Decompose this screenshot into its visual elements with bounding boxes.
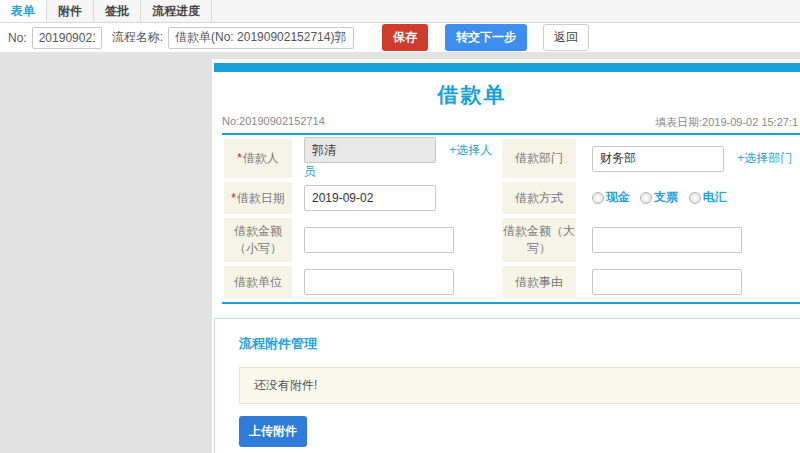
date-cell xyxy=(294,180,500,216)
borrow-reason-input[interactable] xyxy=(592,269,742,295)
flow-name-input[interactable] xyxy=(168,27,354,49)
table-row: 借款单位 借款事由 xyxy=(222,264,800,300)
amount-big-input[interactable] xyxy=(592,227,742,253)
form-title: 借款单 xyxy=(222,80,722,110)
borrower-label: *借款人 xyxy=(222,137,294,180)
save-button[interactable]: 保存 xyxy=(382,24,428,51)
borrower-cell: +选择人员 xyxy=(294,137,500,180)
table-row: *借款人 +选择人员 借款部门 +选择部门 xyxy=(222,137,800,180)
radio-cheque[interactable]: 支票 xyxy=(640,189,678,206)
amount-big-cell xyxy=(578,216,800,264)
radio-icon xyxy=(592,192,604,204)
borrow-unit-input[interactable] xyxy=(304,269,454,295)
tab-bar: 表单 附件 签批 流程进度 xyxy=(0,0,800,23)
date-label: *借款日期 xyxy=(222,180,294,216)
divider-bottom xyxy=(222,302,800,304)
department-input[interactable] xyxy=(592,146,724,172)
required-asterisk: * xyxy=(237,151,242,165)
reason-label: 借款事由 xyxy=(500,264,578,300)
select-department-link[interactable]: +选择部门 xyxy=(737,151,792,165)
borrower-input[interactable] xyxy=(304,137,436,163)
unit-label: 借款单位 xyxy=(222,264,294,300)
form-meta-row: No:20190902152714 填表日期:2019-09-02 15:27:… xyxy=(222,113,800,131)
tab-progress[interactable]: 流程进度 xyxy=(141,0,212,22)
table-row: 借款金额（小写） 借款金额（大写） xyxy=(222,216,800,264)
radio-wire[interactable]: 电汇 xyxy=(689,189,727,206)
doc-number: No:20190902152714 xyxy=(222,115,325,127)
radio-icon xyxy=(640,192,652,204)
unit-cell xyxy=(294,264,500,300)
tab-attachment[interactable]: 附件 xyxy=(47,0,94,22)
page-background: 借款单 No:20190902152714 填表日期:2019-09-02 15… xyxy=(0,53,800,453)
loan-form-panel: 借款单 No:20190902152714 填表日期:2019-09-02 15… xyxy=(212,59,800,453)
tab-form[interactable]: 表单 xyxy=(0,0,47,22)
panel-top-accent-bar xyxy=(214,63,800,72)
next-step-button[interactable]: 转交下一步 xyxy=(445,24,527,51)
attachment-section-title: 流程附件管理 xyxy=(239,335,800,353)
amount-small-cell xyxy=(294,216,500,264)
amount-big-label: 借款金额（大写） xyxy=(500,216,578,264)
method-label: 借款方式 xyxy=(500,180,578,216)
loan-form-table: *借款人 +选择人员 借款部门 +选择部门 *借款日期 xyxy=(222,137,800,300)
amount-small-input[interactable] xyxy=(304,227,454,253)
flow-name-label: 流程名称: xyxy=(112,29,163,46)
borrow-date-input[interactable] xyxy=(304,185,436,211)
no-label: No: xyxy=(8,31,27,45)
radio-cash[interactable]: 现金 xyxy=(592,189,630,206)
back-button[interactable]: 返回 xyxy=(543,24,589,51)
reason-cell xyxy=(578,264,800,300)
attachment-section: 流程附件管理 还没有附件! 上传附件 xyxy=(214,318,800,453)
no-input[interactable] xyxy=(32,27,102,49)
amount-small-label: 借款金额（小写） xyxy=(222,216,294,264)
department-cell: +选择部门 xyxy=(578,137,800,180)
upload-attachment-button[interactable]: 上传附件 xyxy=(239,416,307,447)
required-asterisk: * xyxy=(231,191,236,205)
radio-icon xyxy=(689,192,701,204)
no-attachment-notice: 还没有附件! xyxy=(239,367,800,404)
tab-approval[interactable]: 签批 xyxy=(94,0,141,22)
table-row: *借款日期 借款方式 现金 支票 电汇 xyxy=(222,180,800,216)
divider-top xyxy=(222,133,800,135)
method-cell: 现金 支票 电汇 xyxy=(578,180,800,216)
department-label: 借款部门 xyxy=(500,137,578,180)
command-bar: No: 流程名称: 保存 转交下一步 返回 xyxy=(0,23,800,53)
fill-date: 填表日期:2019-09-02 15:27:1 xyxy=(655,115,798,130)
